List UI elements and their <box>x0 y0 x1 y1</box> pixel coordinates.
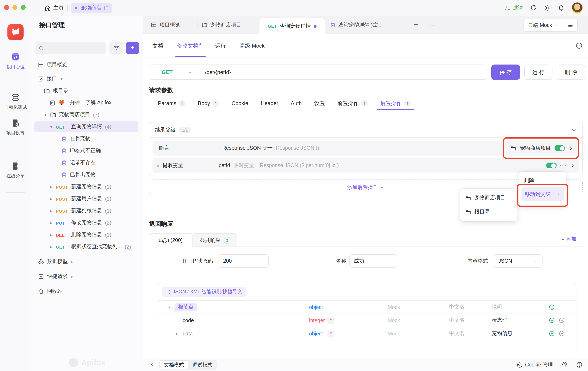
description-placeholder[interactable]: 说明 <box>492 304 502 311</box>
tree-case-bad-id[interactable]: ID格式不正确 <box>32 145 143 157</box>
caret-down-icon[interactable]: ▾ <box>60 77 63 81</box>
sync-icon[interactable] <box>530 5 537 11</box>
extract-enabled-toggle[interactable] <box>546 163 556 168</box>
tab-more-button[interactable]: ⋯ <box>430 16 436 34</box>
collapse-sidebar-button[interactable]: « <box>150 361 153 367</box>
caret-right-icon[interactable]: ▸ <box>176 331 178 336</box>
maximize-window-button[interactable] <box>21 5 26 10</box>
tree-case-not-found[interactable]: 记录不存在 <box>32 157 143 169</box>
content-format-select[interactable]: JSON <box>494 254 543 268</box>
invite-button[interactable]: 邀请 <box>504 4 523 11</box>
tree-case-on-sale[interactable]: 在售宠物 <box>32 133 143 145</box>
tree-doc-intro[interactable]: 🦊一分钟，了解 Apifox！ <box>32 97 143 109</box>
cloud-mock-dropdown[interactable]: 云端 Mock <box>524 19 563 32</box>
caret-right-icon[interactable]: ▸ <box>50 185 53 189</box>
caret-down-icon[interactable]: ▾ <box>168 305 170 309</box>
subtab-run[interactable]: 运行 <box>215 34 226 57</box>
tree-case-sold[interactable]: 已售出宠物 <box>32 169 143 181</box>
remove-field-icon[interactable] <box>559 330 565 337</box>
description-value[interactable]: 宠物信息 <box>492 330 512 337</box>
subtab-doc[interactable]: 文档 <box>152 34 163 57</box>
schema-row-data[interactable]: ▸ data object * Mock 中文名 宠物信息 <box>157 327 576 340</box>
assertion-row[interactable]: 断言 Response JSON 等于 Response JSON () 宠物商… <box>152 141 579 155</box>
search-input[interactable] <box>46 45 97 51</box>
tab-post-processors[interactable]: 后置操作1 <box>380 97 411 109</box>
url-input[interactable]: /pet/{petId} <box>198 69 231 75</box>
field-type[interactable]: integer <box>309 317 325 323</box>
search-box[interactable] <box>35 42 106 54</box>
sidebar-section-quick-request[interactable]: 快捷请求 ▸ <box>32 271 143 283</box>
tree-api-get-pet-detail[interactable]: ▾ GET 查询宠物详情 (4) <box>32 121 143 133</box>
delete-button[interactable]: 删 除 <box>557 65 585 80</box>
tree-folder-root[interactable]: 根目录 <box>32 85 143 97</box>
caret-right-icon[interactable]: ▸ <box>50 221 53 225</box>
cn-name-placeholder[interactable]: 中文名 <box>449 304 465 311</box>
help-icon[interactable] <box>576 361 583 368</box>
tab-draft-pet-detail[interactable]: 查询宠物详情 (在... <box>330 16 382 34</box>
tree-folder-petstore[interactable]: ▾ 宠物商店项目 (7) <box>32 109 143 121</box>
menu-item-move-to-parent[interactable]: 移动到父级 <box>522 187 564 201</box>
remove-field-icon[interactable] <box>559 317 565 323</box>
sidebar-section-trash[interactable]: 回收站 <box>32 285 143 297</box>
tree-api-put-update-pet[interactable]: ▸ PUT 修改宠物信息 (2) <box>32 217 143 229</box>
description-value[interactable]: 状态码 <box>492 317 507 324</box>
mock-placeholder[interactable]: Mock <box>388 331 400 337</box>
caret-right-icon[interactable]: ▸ <box>71 260 74 264</box>
history-clock-icon[interactable] <box>576 42 583 49</box>
open-external-icon[interactable] <box>104 6 109 11</box>
caret-right-icon[interactable]: ▸ <box>50 209 53 213</box>
close-window-button[interactable] <box>4 5 9 10</box>
response-name-input[interactable]: 成功 <box>349 254 397 268</box>
save-button[interactable]: 保 存 <box>491 65 520 80</box>
add-api-button[interactable]: + <box>126 42 139 54</box>
rail-item-api-management[interactable]: 接口管理 <box>0 52 31 70</box>
user-avatar[interactable] <box>571 2 583 14</box>
caret-right-icon[interactable]: ▸ <box>50 197 53 201</box>
home-tab[interactable]: 主页 <box>45 0 64 16</box>
project-window-tab[interactable]: ✕ 宠物商店 <box>71 3 112 13</box>
tree-api-post-new-dogfood[interactable]: ▸ POST 新建狗粮信息 (1) <box>32 205 143 217</box>
caret-down-icon[interactable]: ▾ <box>50 125 53 129</box>
tab-settings[interactable]: 设置 <box>314 97 325 109</box>
tab-params[interactable]: Params1 <box>158 97 186 109</box>
chevron-right-icon[interactable] <box>568 146 573 150</box>
minimize-window-button[interactable] <box>12 5 17 10</box>
sidebar-section-data-models[interactable]: 数据模型 ▸ <box>32 256 143 268</box>
collapse-chevron-icon[interactable] <box>571 127 577 132</box>
extract-variable-row[interactable]: ⠿ 提取变量 petId 临时变量 Response JSON ($.pet.n… <box>152 158 579 173</box>
tree-api-post-new-user[interactable]: ▸ POST 新建用户信息 (1) <box>32 193 143 205</box>
add-field-icon[interactable] <box>549 317 555 323</box>
cn-name-placeholder[interactable]: 中文名 <box>449 317 465 324</box>
tree-api-del-delete-pet[interactable]: ▸ DEL 删除宠物信息 (1) <box>32 229 143 241</box>
drag-handle-icon[interactable]: ⠿ <box>157 164 162 166</box>
schema-row-root[interactable]: ▾ 根节点 object Mock 中文名 说明 <box>157 301 576 314</box>
caret-right-icon[interactable]: ▸ <box>71 274 74 279</box>
submenu-item-petstore[interactable]: 宠物商店项目 <box>460 192 517 204</box>
subtab-edit-doc[interactable]: 修改文档• <box>177 34 201 57</box>
response-tab-success[interactable]: 成功 (200) <box>149 233 193 247</box>
mock-placeholder[interactable]: Mock <box>388 317 400 323</box>
add-field-icon[interactable] <box>549 330 555 337</box>
chevron-right-icon[interactable] <box>570 163 575 168</box>
doc-mode-button[interactable]: 文档模式 <box>159 360 189 369</box>
tab-get-pet-detail-active[interactable]: GET 查询宠物详情 <box>260 18 325 34</box>
smart-import-button[interactable]: JSON / XML 智能识别/快捷导入 <box>162 287 246 297</box>
tab-pre-processors[interactable]: 前置操作1 <box>337 97 368 109</box>
mock-placeholder[interactable]: Mock <box>388 304 400 310</box>
method-select[interactable]: GET <box>149 65 198 79</box>
tab-petstore-project[interactable]: 宠物商店项目 <box>202 16 241 34</box>
tab-cookie[interactable]: Cookie <box>231 97 248 109</box>
tab-auth[interactable]: Auth <box>291 97 302 109</box>
sidebar-section-apis[interactable]: 接口 ▾ <box>32 73 143 85</box>
tab-body[interactable]: Body1 <box>198 97 219 109</box>
field-type[interactable]: object <box>309 331 323 337</box>
add-post-processor-zone[interactable]: 添加后置操作 <box>149 179 583 195</box>
tree-api-get-find-by-status[interactable]: ▸ GET 根据状态查找宠物列... (2) <box>32 241 143 253</box>
assertion-enabled-toggle[interactable] <box>555 145 565 151</box>
new-tab-button[interactable]: + <box>414 16 418 34</box>
row-more-button[interactable]: ··· <box>560 163 567 168</box>
add-field-icon[interactable] <box>549 304 555 310</box>
caret-down-icon[interactable]: ▾ <box>44 113 47 117</box>
add-response-button[interactable]: + 添加 <box>561 236 577 243</box>
close-project-tab-icon[interactable]: ✕ <box>74 5 78 11</box>
